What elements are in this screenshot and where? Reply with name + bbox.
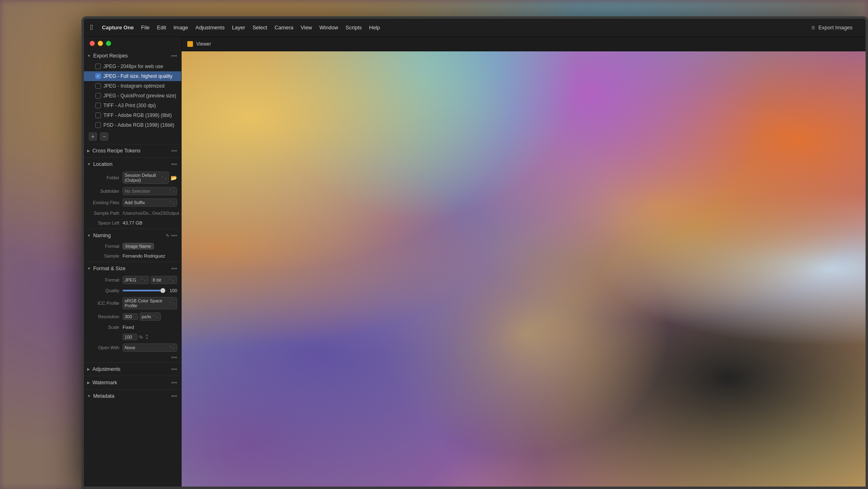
naming-label: Naming [93, 233, 111, 238]
add-recipe-button[interactable]: + [89, 132, 97, 141]
naming-menu[interactable]: ••• [171, 232, 177, 239]
menu-file[interactable]: File [141, 24, 150, 31]
quality-label: Quality [88, 288, 123, 293]
folder-row: Folder Session Default (Output) ⌃⌄ 📂 [84, 170, 181, 185]
format-select[interactable]: JPEG ⌃⌄ [123, 276, 149, 284]
open-with-more[interactable]: ••• [171, 354, 177, 361]
viewer-icon [187, 41, 193, 47]
export-recipes-section-header[interactable]: ▼ Export Recipes ••• [84, 50, 181, 62]
scale-pct-input[interactable] [123, 334, 137, 340]
menu-edit[interactable]: Edit [157, 24, 166, 31]
recipe-checkbox-4[interactable] [95, 93, 101, 99]
format-naming-label: Format [88, 244, 123, 249]
format-size-section-header[interactable]: ▼ Format & Size ••• [84, 263, 181, 274]
recipe-checkbox-6[interactable] [95, 112, 101, 118]
divider-5 [84, 362, 181, 363]
menu-layer[interactable]: Layer [232, 24, 245, 31]
subfolder-select[interactable]: No Selection ⌃⌄ [123, 187, 177, 195]
existing-files-label: Existing Files [88, 200, 123, 205]
folder-label: Folder [88, 175, 123, 180]
menu-capture-one[interactable]: Capture One [102, 24, 134, 31]
quality-fill [123, 290, 165, 291]
export-recipes-chevron: ▼ [87, 54, 91, 58]
recipe-item-2[interactable]: ✓ JPEG - Full size, highest quality [84, 71, 181, 81]
quality-slider[interactable] [123, 290, 165, 291]
menu-window[interactable]: Window [320, 24, 338, 31]
format-size-menu[interactable]: ••• [171, 265, 177, 272]
recipe-item-3[interactable]: JPEG - Instagram optimized [84, 81, 181, 91]
location-menu[interactable]: ••• [171, 161, 177, 167]
sample-path-label: Sample Path [88, 211, 123, 216]
resolution-row: Resolution px/in ⌃⌄ [84, 311, 181, 322]
menu-help[interactable]: Help [369, 24, 380, 31]
location-section-header[interactable]: ▼ Location ••• [84, 159, 181, 170]
bit-depth-arrow: ⌃⌄ [169, 278, 175, 282]
cross-recipe-chevron: ▶ [87, 149, 90, 153]
menu-camera[interactable]: Camera [274, 24, 293, 31]
sample-path-value: /Users/rvo/Do...One23/Output [123, 211, 179, 216]
recipe-item-5[interactable]: TIFF - A3 Print (300 dpi) [84, 101, 181, 110]
adjustments-label: Adjustments [92, 366, 121, 372]
recipe-item-6[interactable]: TIFF - Adobe RGB (1998) (8bit) [84, 110, 181, 120]
resolution-unit-select[interactable]: px/in ⌃⌄ [140, 313, 161, 321]
cross-recipe-tokens-section-header[interactable]: ▶ Cross Recipe Tokens ••• [84, 145, 181, 156]
metadata-menu[interactable]: ••• [171, 393, 177, 399]
naming-section-header[interactable]: ▼ Naming ✎ ••• [84, 230, 181, 241]
menubar:  Capture One File Edit Image Adjustment… [84, 19, 866, 37]
naming-chevron: ▼ [87, 233, 91, 238]
menu-scripts[interactable]: Scripts [346, 24, 362, 31]
export-recipes-menu[interactable]: ••• [171, 53, 177, 59]
scale-stepper[interactable]: ▲ ▼ [145, 334, 149, 340]
cross-recipe-menu[interactable]: ••• [171, 148, 177, 154]
apple-menu[interactable]:  [90, 23, 93, 32]
recipe-item-1[interactable]: JPEG - 2048px for web use [84, 62, 181, 71]
divider-7 [84, 389, 181, 390]
adjustments-section-header[interactable]: ▶ Adjustments ••• [84, 363, 181, 375]
cross-recipe-label: Cross Recipe Tokens [92, 148, 140, 154]
icc-profile-select[interactable]: sRGB Color Space Profile ⌃⌄ [123, 297, 177, 309]
recipe-label-1: JPEG - 2048px for web use [103, 64, 163, 69]
resolution-input[interactable] [123, 313, 138, 320]
folder-browse-icon[interactable]: 📂 [171, 175, 177, 181]
naming-format-token[interactable]: Image Name [123, 243, 154, 249]
bit-depth-value: 8 bit [153, 278, 161, 282]
existing-files-select[interactable]: Add Suffix ⌃⌄ [123, 198, 177, 207]
close-button[interactable] [90, 41, 95, 46]
recipe-checkbox-7[interactable] [95, 122, 101, 128]
adjustments-chevron: ▶ [87, 367, 90, 371]
menu-view[interactable]: View [301, 24, 312, 31]
res-unit-arrow: ⌃⌄ [152, 315, 159, 319]
subfolder-value: No Selection [125, 189, 150, 194]
watermark-label: Watermark [92, 380, 117, 385]
menu-image[interactable]: Image [173, 24, 188, 31]
recipe-item-4[interactable]: JPEG - QuickProof (preview size) [84, 91, 181, 101]
remove-recipe-button[interactable]: − [100, 132, 108, 141]
folder-select[interactable]: Session Default (Output) ⌃⌄ [123, 172, 169, 184]
icc-arrow: ⌃⌄ [169, 301, 175, 305]
fullscreen-button[interactable] [106, 41, 111, 46]
window-controls [84, 37, 181, 50]
watermark-chevron: ▶ [87, 381, 90, 385]
open-with-select[interactable]: None ⌃⌄ [123, 344, 177, 352]
scale-value: Fixed [123, 325, 177, 330]
watermark-section-header[interactable]: ▶ Watermark ••• [84, 377, 181, 388]
recipe-checkbox-2[interactable]: ✓ [95, 73, 101, 79]
watermark-menu[interactable]: ••• [171, 379, 177, 386]
recipe-checkbox-1[interactable] [95, 64, 101, 69]
location-label: Location [93, 161, 112, 167]
adjustments-menu[interactable]: ••• [171, 366, 177, 372]
recipe-checkbox-5[interactable] [95, 103, 101, 108]
minimize-button[interactable] [98, 41, 103, 46]
open-with-arrow: ⌃⌄ [169, 346, 175, 350]
viewer-toolbar: Viewer [182, 37, 866, 51]
recipe-item-7[interactable]: PSD - Adobe RGB (1998) (16bit) [84, 120, 181, 130]
monitor-bezel:  Capture One File Edit Image Adjustment… [81, 16, 868, 489]
menu-select[interactable]: Select [252, 24, 267, 31]
naming-edit-icon[interactable]: ✎ [166, 233, 169, 238]
metadata-section-header[interactable]: ▼ Metadata ••• [84, 390, 181, 402]
menu-adjustments[interactable]: Adjustments [195, 24, 225, 31]
recipe-checkbox-3[interactable] [95, 83, 101, 89]
export-images-title: Export Images [818, 24, 853, 31]
quality-row: Quality 100 [84, 286, 181, 295]
bit-depth-select[interactable]: 8 bit ⌃⌄ [151, 276, 177, 284]
